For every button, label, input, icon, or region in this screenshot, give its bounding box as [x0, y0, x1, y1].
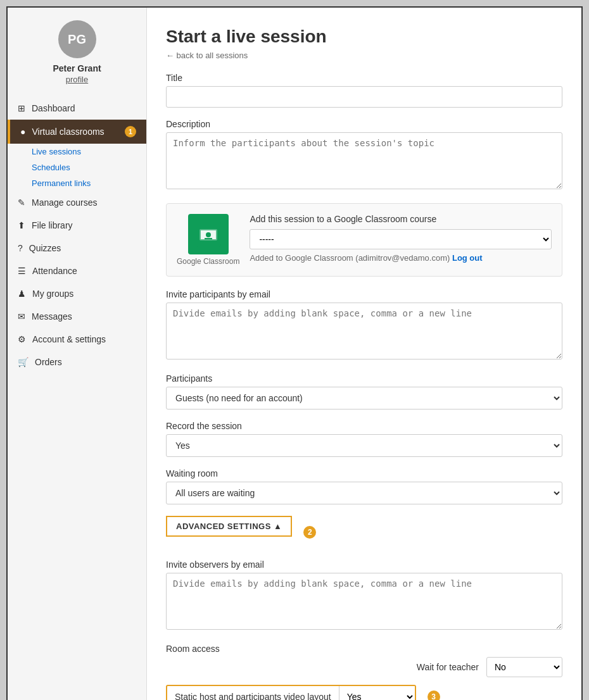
- messages-icon: ✉: [18, 311, 25, 322]
- sidebar-item-label: Attendance: [32, 266, 77, 276]
- google-classroom-icon-container: Google Classroom: [177, 214, 239, 266]
- google-classroom-icon: [188, 214, 229, 254]
- description-label: Description: [166, 119, 562, 129]
- virtual-classrooms-icon: ●: [20, 127, 25, 137]
- main-content: Start a live session ← back to all sessi…: [147, 8, 581, 700]
- advanced-settings-container: ADVANCED SETTINGS ▲ 2: [166, 516, 562, 548]
- sidebar-username: Peter Grant: [53, 63, 101, 73]
- sidebar-nav: ⊞ Dashboard ● Virtual classrooms 1 Live …: [8, 97, 146, 373]
- google-classroom-box: Google Classroom Add this session to a G…: [166, 203, 562, 277]
- dashboard-icon: ⊞: [18, 103, 25, 113]
- google-classroom-svg: [196, 222, 221, 247]
- static-host-container: Static host and participants video layou…: [166, 685, 562, 700]
- page-title: Start a live session: [166, 27, 562, 47]
- sidebar-item-label: Quizzes: [29, 243, 61, 253]
- svg-rect-4: [205, 238, 212, 239]
- sidebar-item-attendance[interactable]: ☰ Attendance: [8, 259, 146, 282]
- record-select[interactable]: Yes No: [166, 434, 562, 457]
- sidebar-item-badge: 1: [125, 126, 136, 137]
- quizzes-icon: ?: [18, 243, 23, 253]
- static-host-row: Static host and participants video layou…: [166, 685, 416, 700]
- sidebar-item-messages[interactable]: ✉ Messages: [8, 305, 146, 328]
- gc-course-select[interactable]: -----: [250, 229, 552, 249]
- sidebar-item-orders[interactable]: 🛒 Orders: [8, 351, 146, 373]
- room-access-label: Room access: [166, 644, 562, 654]
- subnav-schedules[interactable]: Schedules: [27, 159, 146, 175]
- sidebar-item-file-library[interactable]: ⬆ File library: [8, 214, 146, 237]
- title-input[interactable]: [166, 86, 562, 108]
- svg-point-3: [206, 232, 211, 237]
- waiting-room-select[interactable]: All users are waiting No waiting room Gu…: [166, 482, 562, 504]
- sidebar-item-my-groups[interactable]: ♟ My groups: [8, 282, 146, 305]
- orders-icon: 🛒: [18, 357, 28, 367]
- sidebar-item-account-settings[interactable]: ⚙ Account & settings: [8, 328, 146, 351]
- gc-content: Add this session to a Google Classroom c…: [250, 214, 552, 263]
- sidebar-item-label: Manage courses: [32, 197, 98, 208]
- waiting-room-group: Waiting room All users are waiting No wa…: [166, 468, 562, 504]
- description-textarea[interactable]: [166, 132, 562, 189]
- invite-participants-textarea[interactable]: [166, 303, 562, 359]
- room-access-group: Room access Wait for teacher No Yes Stat…: [166, 644, 562, 700]
- static-host-badge: 3: [428, 691, 440, 700]
- sidebar-item-label: Messages: [32, 311, 72, 322]
- sidebar-item-label: Dashboard: [32, 103, 75, 113]
- sidebar-item-dashboard[interactable]: ⊞ Dashboard: [8, 97, 146, 120]
- participants-select[interactable]: Guests (no need for an account) Register…: [166, 387, 562, 409]
- manage-courses-icon: ✎: [18, 197, 25, 208]
- participants-label: Participants: [166, 373, 562, 384]
- gc-footer: Added to Google Classroom (adimitrov@ved…: [250, 253, 552, 263]
- my-groups-icon: ♟: [18, 289, 26, 299]
- wait-for-teacher-row: Wait for teacher No Yes: [166, 657, 562, 677]
- sidebar-item-label: My groups: [32, 289, 73, 299]
- invite-observers-label: Invite observers by email: [166, 559, 562, 570]
- sidebar-item-label: Virtual classrooms: [32, 127, 104, 137]
- sidebar: PG Peter Grant profile ⊞ Dashboard ● Vir…: [8, 8, 147, 700]
- gc-title: Add this session to a Google Classroom c…: [250, 214, 552, 224]
- advanced-settings-button[interactable]: ADVANCED SETTINGS ▲: [166, 516, 292, 537]
- sidebar-item-label: Account & settings: [32, 334, 106, 344]
- sidebar-item-quizzes[interactable]: ? Quizzes: [8, 237, 146, 259]
- file-library-icon: ⬆: [18, 220, 25, 230]
- profile-link[interactable]: profile: [66, 75, 88, 84]
- sidebar-item-virtual-classrooms[interactable]: ● Virtual classrooms 1: [8, 120, 146, 144]
- static-host-select[interactable]: Yes No: [339, 686, 415, 700]
- gc-logout-link[interactable]: Log out: [452, 253, 483, 263]
- invite-participants-label: Invite participants by email: [166, 289, 562, 299]
- participants-group: Participants Guests (no need for an acco…: [166, 373, 562, 409]
- sidebar-item-manage-courses[interactable]: ✎ Manage courses: [8, 191, 146, 214]
- sidebar-item-label: Orders: [35, 357, 62, 367]
- invite-observers-group: Invite observers by email: [166, 559, 562, 632]
- wait-for-teacher-label: Wait for teacher: [417, 662, 479, 672]
- attendance-icon: ☰: [18, 266, 26, 276]
- subnav-live-sessions[interactable]: Live sessions: [27, 144, 146, 159]
- back-link[interactable]: ← back to all sessions: [166, 51, 562, 60]
- description-group: Description: [166, 119, 562, 192]
- invite-observers-textarea[interactable]: [166, 573, 562, 630]
- virtual-classrooms-subnav: Live sessions Schedules Permanent links: [8, 144, 146, 191]
- account-settings-icon: ⚙: [18, 334, 26, 344]
- wait-for-teacher-select[interactable]: No Yes: [486, 657, 562, 677]
- static-host-label: Static host and participants video layou…: [167, 687, 339, 700]
- advanced-settings-badge: 2: [303, 526, 316, 539]
- title-label: Title: [166, 73, 562, 83]
- record-label: Record the session: [166, 421, 562, 431]
- subnav-permanent-links[interactable]: Permanent links: [27, 175, 146, 191]
- sidebar-item-label: File library: [32, 220, 73, 230]
- google-classroom-label: Google Classroom: [177, 257, 239, 266]
- title-group: Title: [166, 73, 562, 108]
- record-group: Record the session Yes No: [166, 421, 562, 457]
- avatar: PG: [58, 20, 96, 58]
- invite-participants-group: Invite participants by email: [166, 289, 562, 362]
- waiting-room-label: Waiting room: [166, 468, 562, 478]
